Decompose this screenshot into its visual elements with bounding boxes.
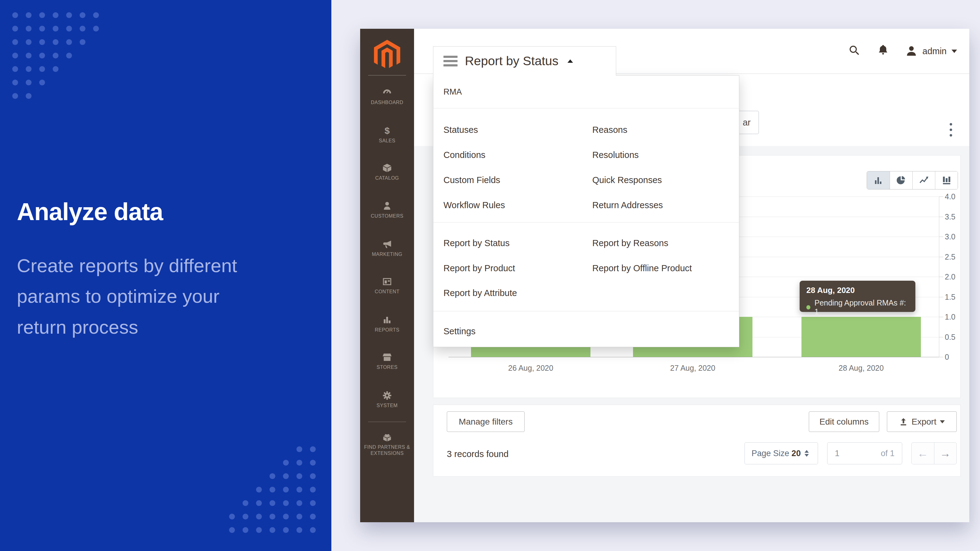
stacked-chart-toggle[interactable] bbox=[935, 171, 958, 189]
promo-subtitle: Create reports by different params to op… bbox=[17, 250, 271, 343]
sidebar-item-sales[interactable]: $SALES bbox=[360, 125, 414, 144]
y-axis-tick-label: 4.0 bbox=[945, 192, 956, 201]
screenshot-canvas: Analyze data Create reports by different… bbox=[0, 0, 980, 551]
pie-chart-icon bbox=[895, 174, 907, 186]
dot bbox=[256, 527, 262, 533]
series-dot-icon bbox=[807, 305, 810, 310]
sidebar-item-stores[interactable]: STORES bbox=[360, 351, 414, 370]
menu-item-statuses[interactable]: Statuses bbox=[444, 125, 478, 135]
menu-item-resolutions[interactable]: Resolutions bbox=[592, 150, 639, 160]
dot bbox=[296, 527, 302, 533]
dot bbox=[93, 12, 99, 18]
sidebar-item-catalog[interactable]: CATALOG bbox=[360, 162, 414, 181]
sidebar-item-customers[interactable]: CUSTOMERS bbox=[360, 200, 414, 219]
tooltip-date: 28 Aug, 2020 bbox=[807, 286, 908, 295]
kebab-menu-icon[interactable] bbox=[947, 119, 955, 141]
sidebar-item-reports[interactable]: REPORTS bbox=[360, 314, 414, 333]
sidebar-divider bbox=[368, 421, 406, 422]
dot bbox=[269, 514, 275, 519]
promo-title: Analyze data bbox=[17, 198, 311, 226]
menu-item-report-by-offline-product[interactable]: Report by Offline Product bbox=[592, 263, 692, 273]
dot bbox=[26, 39, 32, 45]
y-axis-tick-label: 1.0 bbox=[945, 313, 956, 321]
dashboard-icon bbox=[360, 86, 414, 98]
menu-item-quick-responses[interactable]: Quick Responses bbox=[592, 175, 662, 185]
total-pages-label: of 1 bbox=[881, 449, 894, 458]
menu-item-report-by-attribute[interactable]: Report by Attribute bbox=[444, 288, 517, 298]
y-axis-tick-label: 1.5 bbox=[945, 292, 956, 301]
magento-logo-icon[interactable] bbox=[374, 40, 401, 70]
dot bbox=[269, 527, 275, 533]
dot bbox=[256, 487, 262, 492]
dot bbox=[39, 26, 45, 32]
report-by-status-menu-toggle[interactable]: Report by Status bbox=[433, 46, 616, 76]
sidebar-item-find-partners-extensions[interactable]: FIND PARTNERS & EXTENSIONS bbox=[360, 431, 414, 456]
menu-item-conditions[interactable]: Conditions bbox=[444, 150, 485, 160]
partners-icon bbox=[360, 431, 414, 443]
records-count: 3 records found bbox=[447, 449, 509, 459]
menu-item-workflow-rules[interactable]: Workflow Rules bbox=[444, 200, 505, 210]
search-icon[interactable] bbox=[848, 44, 861, 58]
edit-columns-button[interactable]: Edit columns bbox=[809, 411, 879, 432]
dot bbox=[26, 93, 32, 99]
page-size-selector[interactable]: Page Size 20 bbox=[745, 442, 818, 464]
dot bbox=[80, 26, 86, 32]
current-page-input[interactable]: 1 bbox=[835, 449, 840, 458]
pagination: ← → bbox=[912, 442, 957, 464]
next-page-button[interactable]: → bbox=[934, 443, 957, 464]
bar-chart-toggle[interactable] bbox=[867, 171, 890, 189]
stepper-icon bbox=[805, 450, 809, 457]
menu-item-settings[interactable]: Settings bbox=[444, 326, 476, 337]
dot bbox=[310, 473, 316, 479]
chart-tooltip: 28 Aug, 2020 Pending Approval RMAs #: 1 bbox=[800, 281, 915, 312]
sidebar-item-dashboard[interactable]: DASHBOARD bbox=[360, 86, 414, 106]
sidebar-item-label: CATALOG bbox=[360, 175, 414, 181]
export-button[interactable]: Export bbox=[887, 411, 957, 432]
sidebar-item-system[interactable]: SYSTEM bbox=[360, 389, 414, 409]
dot bbox=[243, 500, 248, 506]
hamburger-menu-icon bbox=[444, 56, 458, 67]
manage-filters-button[interactable]: Manage filters bbox=[447, 411, 525, 432]
axis-tick bbox=[939, 317, 943, 317]
menu-item-return-addresses[interactable]: Return Addresses bbox=[592, 200, 663, 210]
dot bbox=[26, 79, 32, 86]
dot bbox=[12, 66, 18, 72]
user-menu[interactable]: admin bbox=[905, 45, 957, 57]
bar-chart-icon bbox=[872, 174, 885, 186]
dot bbox=[256, 500, 262, 506]
sidebar-item-label: REPORTS bbox=[360, 327, 414, 333]
menu-item-report-by-product[interactable]: Report by Product bbox=[444, 263, 515, 273]
axis-tick bbox=[939, 197, 943, 197]
notifications-bell-icon[interactable] bbox=[877, 44, 889, 58]
dot bbox=[269, 500, 275, 506]
dot bbox=[39, 79, 45, 86]
menu-item-reasons[interactable]: Reasons bbox=[592, 125, 627, 135]
menu-item-report-by-reasons[interactable]: Report by Reasons bbox=[592, 238, 668, 248]
line-chart-toggle[interactable] bbox=[912, 171, 935, 189]
dot bbox=[12, 26, 18, 32]
bar-28-aug-2020 bbox=[802, 317, 921, 357]
dot bbox=[310, 446, 316, 452]
menu-item-custom-fields[interactable]: Custom Fields bbox=[444, 175, 500, 185]
menu-item-report-by-status[interactable]: Report by Status bbox=[444, 238, 510, 248]
sales-icon: $ bbox=[360, 125, 414, 137]
dot bbox=[66, 26, 72, 32]
previous-page-button[interactable]: ← bbox=[912, 443, 934, 464]
dot bbox=[296, 473, 302, 479]
sidebar-item-label: CUSTOMERS bbox=[360, 213, 414, 219]
dot bbox=[243, 527, 248, 533]
dot bbox=[26, 52, 32, 59]
dot bbox=[52, 12, 59, 18]
chevron-down-icon bbox=[940, 420, 945, 423]
dot bbox=[296, 500, 302, 506]
pie-chart-toggle[interactable] bbox=[890, 171, 912, 189]
dot bbox=[283, 500, 289, 506]
sidebar-item-marketing[interactable]: MARKETING bbox=[360, 238, 414, 257]
sidebar: DASHBOARD$SALESCATALOGCUSTOMERSMARKETING… bbox=[360, 29, 414, 522]
admin-window: DASHBOARD$SALESCATALOGCUSTOMERSMARKETING… bbox=[360, 29, 969, 522]
sidebar-item-content[interactable]: CONTENT bbox=[360, 275, 414, 295]
svg-text:$: $ bbox=[385, 125, 390, 136]
chart-type-toggle-group bbox=[867, 171, 958, 189]
customers-icon bbox=[360, 200, 414, 212]
x-axis-label: 26 Aug, 2020 bbox=[508, 364, 553, 373]
